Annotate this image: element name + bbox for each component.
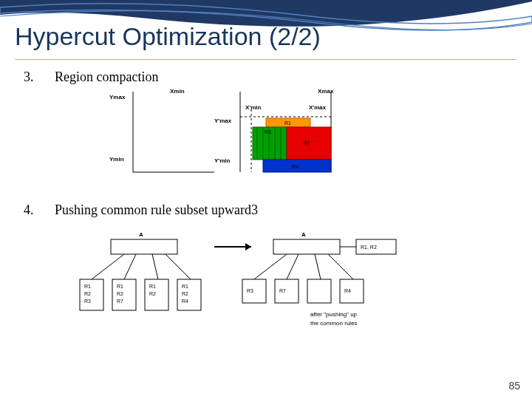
svg-rect-33	[242, 279, 266, 303]
l-leaf3-r2: R2	[149, 291, 156, 296]
r-leaf2-r7: R7	[279, 288, 286, 293]
svg-line-32	[328, 254, 353, 279]
r2-label: R2	[303, 140, 310, 146]
svg-line-19	[166, 254, 191, 279]
l-leaf3-r1: R1	[149, 284, 156, 289]
l-leaf1-r3: R3	[84, 299, 91, 304]
svg-line-30	[287, 254, 299, 279]
xmax-label: Xmax	[318, 88, 334, 95]
caption-line2: the common rules	[310, 320, 358, 327]
caption-line1: after "pushing" up	[310, 311, 358, 318]
ypmax-label: Y'max	[214, 117, 232, 124]
svg-line-29	[254, 254, 287, 279]
svg-marker-25	[245, 243, 251, 250]
r1-label: R1	[284, 120, 291, 126]
svg-rect-35	[307, 279, 331, 303]
svg-rect-15	[111, 239, 177, 254]
figure-region-compaction: Ymax Ymin Xmin Xmax X'min X'max Y'max Y'…	[96, 87, 347, 183]
title-underline	[15, 59, 517, 60]
ymax-label: Ymax	[109, 94, 126, 100]
l-leaf2-r1: R1	[117, 284, 123, 289]
svg-line-17	[124, 254, 136, 279]
svg-rect-20	[80, 279, 103, 310]
list-text-4: Pushing common rule subset upward3	[55, 202, 258, 218]
svg-rect-22	[145, 279, 168, 310]
xpmax-label: X'max	[309, 104, 327, 111]
svg-rect-26	[273, 239, 340, 254]
right-root-label: A	[301, 231, 306, 238]
svg-rect-21	[112, 279, 136, 310]
figure-push-upward: A R1 R2 R3 R1 R2 R7 R1 R2 R1 R2 R4 A R1,…	[66, 229, 436, 340]
xmin-label: Xmin	[170, 88, 185, 95]
xpmin-label: X'min	[245, 104, 262, 111]
l-leaf2-r7: R7	[117, 299, 123, 304]
svg-line-18	[152, 254, 158, 279]
l-leaf2-r2: R2	[117, 291, 123, 296]
svg-rect-36	[340, 279, 364, 303]
r4-label: R4	[292, 164, 299, 169]
l-leaf1-r1: R1	[84, 284, 91, 289]
l-leaf4-r4: R4	[182, 299, 188, 304]
ypmin-label: Y'min	[214, 157, 231, 164]
svg-rect-23	[177, 279, 201, 310]
page-title: Hypercut Optimization (2/2)	[15, 22, 321, 51]
list-number-3: 3.	[24, 69, 34, 85]
common-rules-label: R1, R2	[361, 245, 377, 250]
left-root-label: A	[139, 231, 143, 238]
r-leaf1-r3: R3	[247, 288, 253, 293]
r-leaf4-r4: R4	[344, 288, 351, 293]
l-leaf1-r2: R2	[84, 291, 91, 296]
list-number-4: 4.	[24, 202, 34, 218]
r3-label: R3	[265, 129, 271, 134]
ymin-label: Ymin	[109, 156, 124, 163]
svg-rect-34	[275, 279, 299, 303]
svg-line-16	[92, 254, 124, 279]
svg-line-31	[315, 254, 321, 279]
l-leaf4-r2: R2	[182, 291, 188, 296]
list-text-3: Region compaction	[55, 69, 158, 85]
page-number: 85	[508, 380, 520, 392]
l-leaf4-r1: R1	[182, 284, 188, 289]
